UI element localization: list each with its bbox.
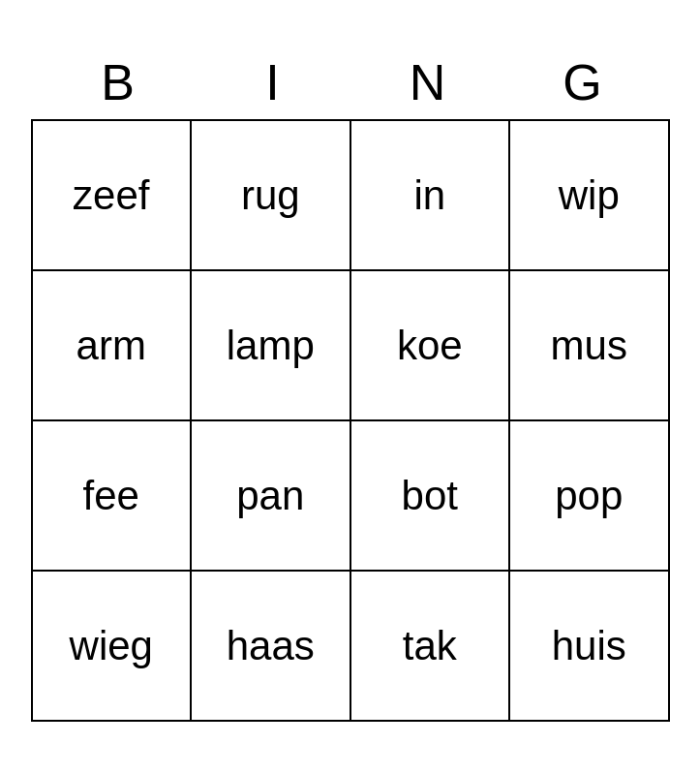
grid-cell: tak [350,571,510,721]
grid-cell: lamp [191,270,350,420]
grid-cell: mus [509,270,669,420]
bingo-grid: zeefruginwiparmlampkoemusfeepanbotpopwie… [31,119,670,722]
grid-cell: zeef [32,120,192,270]
grid-cell: pan [191,420,350,571]
grid-cell: wieg [32,571,192,721]
header-i: I [196,53,350,111]
table-row: armlampkoemus [32,270,669,420]
bingo-header: B I N G [31,53,670,111]
grid-cell: haas [191,571,350,721]
grid-cell: koe [350,270,510,420]
grid-cell: in [350,120,510,270]
header-g: G [505,53,660,111]
grid-cell: bot [350,420,510,571]
header-n: N [350,53,505,111]
table-row: feepanbotpop [32,420,669,571]
header-b: B [41,53,196,111]
grid-cell: arm [32,270,192,420]
table-row: zeefruginwip [32,120,669,270]
table-row: wieghaastakhuis [32,571,669,721]
grid-cell: rug [191,120,350,270]
grid-cell: pop [509,420,669,571]
grid-cell: wip [509,120,669,270]
grid-cell: huis [509,571,669,721]
grid-cell: fee [32,420,192,571]
bingo-card: B I N G zeefruginwiparmlampkoemusfeepanb… [31,53,670,722]
